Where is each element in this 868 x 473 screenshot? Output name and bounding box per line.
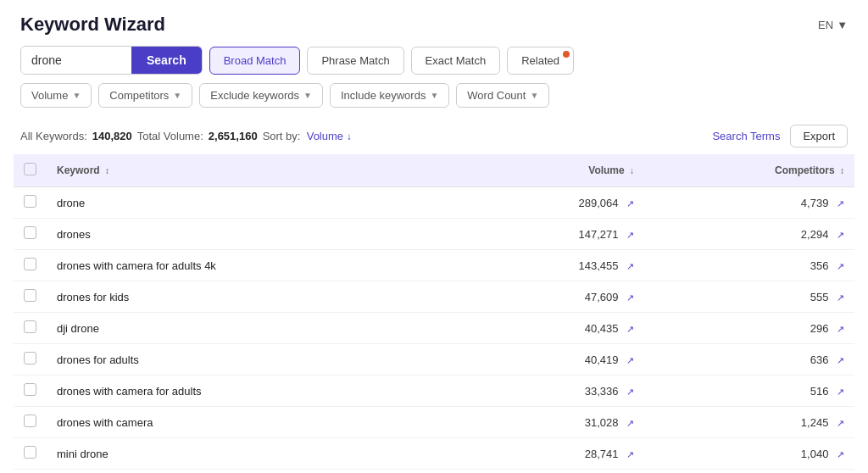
- keyword-count: 140,820: [92, 130, 132, 142]
- row-keyword: drones with camera for adults: [47, 376, 467, 407]
- summary-row: All Keywords: 140,820 Total Volume: 2,65…: [0, 118, 868, 154]
- row-keyword: drone with camera: [47, 470, 467, 474]
- tab-exact-match[interactable]: Exact Match: [411, 47, 501, 75]
- row-link-icon[interactable]: ↗: [626, 418, 634, 428]
- table-row: drones for adults 40,419 ↗ 636 ↗: [14, 344, 854, 376]
- filter-word-count[interactable]: Word Count ▼: [456, 83, 549, 108]
- filter-volume[interactable]: Volume ▼: [20, 83, 92, 108]
- filter-row: Volume ▼ Competitors ▼ Exclude keywords …: [0, 83, 868, 118]
- row-checkbox-cell: [14, 250, 47, 281]
- row-keyword: drones with camera for adults 4k: [47, 250, 467, 281]
- row-checkbox-cell: [14, 281, 47, 313]
- header-competitors[interactable]: Competitors ↕: [644, 154, 854, 187]
- row-link-icon[interactable]: ↗: [837, 261, 844, 271]
- row-volume: 143,455 ↗: [467, 250, 645, 281]
- row-competitors: 516 ↗: [644, 376, 854, 407]
- row-competitors: 2,294 ↗: [644, 219, 854, 250]
- search-button[interactable]: Search: [131, 47, 202, 74]
- row-link-icon[interactable]: ↗: [837, 387, 844, 397]
- filter-competitors[interactable]: Competitors ▼: [98, 83, 192, 108]
- row-competitors: 356 ↗: [644, 250, 854, 281]
- chevron-down-icon: ▼: [72, 91, 81, 100]
- row-competitors: 555 ↗: [644, 281, 854, 313]
- row-checkbox[interactable]: [24, 352, 36, 364]
- row-volume: 40,435 ↗: [467, 313, 645, 344]
- chevron-down-icon: ▼: [837, 19, 848, 31]
- table-row: drones with camera 31,028 ↗ 1,245 ↗: [14, 407, 854, 438]
- row-link-icon[interactable]: ↗: [626, 198, 634, 209]
- row-checkbox-cell: [14, 407, 47, 438]
- row-checkbox-cell: [14, 313, 47, 344]
- row-volume: 28,741 ↗: [467, 438, 645, 470]
- row-competitors: 4,739 ↗: [644, 187, 854, 219]
- row-checkbox-cell: [14, 376, 47, 407]
- row-link-icon[interactable]: ↗: [837, 449, 844, 459]
- row-volume: 31,028 ↗: [467, 407, 645, 438]
- keyword-sort-icon: ↕: [105, 166, 109, 175]
- row-competitors: 296 ↗: [644, 313, 854, 344]
- row-link-icon[interactable]: ↗: [626, 449, 634, 459]
- header-keyword[interactable]: Keyword ↕: [47, 154, 467, 187]
- row-checkbox[interactable]: [24, 446, 36, 459]
- chevron-down-icon: ▼: [303, 91, 312, 100]
- header-volume[interactable]: Volume ↓: [467, 154, 645, 187]
- results-table: Keyword ↕ Volume ↓ Competitors ↕ drone 2…: [14, 154, 854, 473]
- filter-include-keywords[interactable]: Include keywords ▼: [330, 83, 449, 108]
- row-checkbox-cell: [14, 344, 47, 376]
- chevron-down-icon: ▼: [530, 91, 538, 100]
- all-keywords-label: All Keywords:: [20, 130, 87, 142]
- row-checkbox[interactable]: [24, 258, 36, 270]
- tab-related[interactable]: Related: [507, 47, 574, 75]
- row-checkbox[interactable]: [24, 195, 36, 208]
- search-input-wrap: Search: [20, 46, 203, 75]
- table-row: dji drone 40,435 ↗ 296 ↗: [14, 313, 854, 344]
- row-keyword: drones: [47, 219, 467, 250]
- table-header-row: Keyword ↕ Volume ↓ Competitors ↕: [14, 154, 854, 187]
- row-volume: 147,271 ↗: [467, 219, 645, 250]
- row-link-icon[interactable]: ↗: [837, 292, 844, 303]
- row-checkbox-cell: [14, 470, 47, 474]
- table-row: drones with camera for adults 4k 143,455…: [14, 250, 854, 281]
- lang-selector[interactable]: EN ▼: [818, 19, 848, 31]
- search-input[interactable]: [21, 47, 131, 74]
- row-checkbox-cell: [14, 219, 47, 250]
- row-keyword: drones for adults: [47, 344, 467, 376]
- row-link-icon[interactable]: ↗: [626, 324, 634, 334]
- row-checkbox[interactable]: [24, 289, 36, 302]
- header-checkbox: [14, 154, 47, 187]
- row-keyword: drone: [47, 187, 467, 219]
- table-row: drones for kids 47,609 ↗ 555 ↗: [14, 281, 854, 313]
- row-volume: 19,912 ↗: [467, 470, 645, 474]
- app-title: Keyword Wizard: [20, 14, 165, 36]
- export-button[interactable]: Export: [790, 125, 848, 147]
- select-all-checkbox[interactable]: [24, 163, 36, 175]
- row-competitors: 1,245 ↗: [644, 407, 854, 438]
- row-checkbox[interactable]: [24, 226, 36, 239]
- tab-broad-match[interactable]: Broad Match: [209, 47, 301, 75]
- row-keyword: mini drone: [47, 438, 467, 470]
- row-checkbox[interactable]: [24, 415, 36, 427]
- table-row: mini drone 28,741 ↗ 1,040 ↗: [14, 438, 854, 470]
- row-link-icon[interactable]: ↗: [837, 355, 844, 365]
- row-link-icon[interactable]: ↗: [837, 324, 844, 334]
- search-row: Search Broad Match Phrase Match Exact Ma…: [0, 46, 868, 83]
- row-link-icon[interactable]: ↗: [626, 387, 634, 397]
- row-link-icon[interactable]: ↗: [626, 292, 634, 303]
- chevron-down-icon: ▼: [430, 91, 438, 100]
- row-link-icon[interactable]: ↗: [626, 230, 634, 240]
- total-volume: 2,651,160: [209, 130, 258, 142]
- row-volume: 33,336 ↗: [467, 376, 645, 407]
- filter-exclude-keywords[interactable]: Exclude keywords ▼: [199, 83, 323, 108]
- row-link-icon[interactable]: ↗: [837, 418, 844, 428]
- row-checkbox[interactable]: [24, 383, 36, 396]
- row-link-icon[interactable]: ↗: [626, 261, 634, 271]
- search-terms-button[interactable]: Search Terms: [712, 130, 780, 142]
- sort-volume-link[interactable]: Volume ↓: [303, 130, 352, 142]
- row-checkbox[interactable]: [24, 320, 36, 333]
- action-buttons: Search Terms Export: [712, 125, 848, 147]
- results-table-wrap: Keyword ↕ Volume ↓ Competitors ↕ drone 2…: [0, 154, 868, 473]
- row-link-icon[interactable]: ↗: [837, 198, 844, 209]
- row-link-icon[interactable]: ↗: [626, 355, 634, 365]
- row-link-icon[interactable]: ↗: [837, 230, 844, 240]
- tab-phrase-match[interactable]: Phrase Match: [307, 47, 403, 75]
